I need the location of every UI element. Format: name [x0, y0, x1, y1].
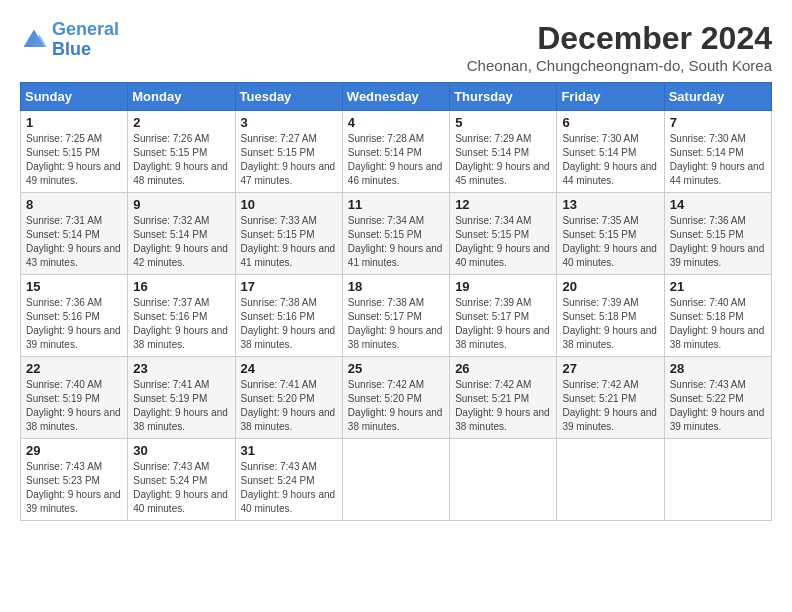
daylight-text: Daylight: 9 hours and 38 minutes. — [133, 407, 228, 432]
sunset-text: Sunset: 5:16 PM — [26, 311, 100, 322]
day-info: Sunrise: 7:42 AMSunset: 5:21 PMDaylight:… — [562, 378, 658, 434]
daylight-text: Daylight: 9 hours and 46 minutes. — [348, 161, 443, 186]
calendar-week-4: 22Sunrise: 7:40 AMSunset: 5:19 PMDayligh… — [21, 357, 772, 439]
day-info: Sunrise: 7:34 AMSunset: 5:15 PMDaylight:… — [348, 214, 444, 270]
day-number: 16 — [133, 279, 229, 294]
sunset-text: Sunset: 5:14 PM — [455, 147, 529, 158]
daylight-text: Daylight: 9 hours and 39 minutes. — [562, 407, 657, 432]
logo-text: General Blue — [52, 20, 119, 60]
daylight-text: Daylight: 9 hours and 39 minutes. — [26, 325, 121, 350]
sunset-text: Sunset: 5:15 PM — [670, 229, 744, 240]
day-info: Sunrise: 7:40 AMSunset: 5:18 PMDaylight:… — [670, 296, 766, 352]
sunrise-text: Sunrise: 7:37 AM — [133, 297, 209, 308]
sunset-text: Sunset: 5:15 PM — [455, 229, 529, 240]
day-number: 13 — [562, 197, 658, 212]
sunrise-text: Sunrise: 7:42 AM — [455, 379, 531, 390]
day-number: 23 — [133, 361, 229, 376]
weekday-sunday: Sunday — [21, 83, 128, 111]
sunrise-text: Sunrise: 7:36 AM — [670, 215, 746, 226]
calendar-cell: 15Sunrise: 7:36 AMSunset: 5:16 PMDayligh… — [21, 275, 128, 357]
sunrise-text: Sunrise: 7:28 AM — [348, 133, 424, 144]
sunset-text: Sunset: 5:14 PM — [670, 147, 744, 158]
calendar-cell: 20Sunrise: 7:39 AMSunset: 5:18 PMDayligh… — [557, 275, 664, 357]
sunrise-text: Sunrise: 7:29 AM — [455, 133, 531, 144]
sunset-text: Sunset: 5:15 PM — [562, 229, 636, 240]
day-info: Sunrise: 7:39 AMSunset: 5:18 PMDaylight:… — [562, 296, 658, 352]
daylight-text: Daylight: 9 hours and 45 minutes. — [455, 161, 550, 186]
logo: General Blue — [20, 20, 119, 60]
calendar-cell — [450, 439, 557, 521]
sunrise-text: Sunrise: 7:31 AM — [26, 215, 102, 226]
sunset-text: Sunset: 5:14 PM — [348, 147, 422, 158]
daylight-text: Daylight: 9 hours and 40 minutes. — [241, 489, 336, 514]
calendar-cell: 22Sunrise: 7:40 AMSunset: 5:19 PMDayligh… — [21, 357, 128, 439]
daylight-text: Daylight: 9 hours and 40 minutes. — [455, 243, 550, 268]
daylight-text: Daylight: 9 hours and 38 minutes. — [241, 407, 336, 432]
sunrise-text: Sunrise: 7:41 AM — [133, 379, 209, 390]
weekday-friday: Friday — [557, 83, 664, 111]
calendar-cell: 17Sunrise: 7:38 AMSunset: 5:16 PMDayligh… — [235, 275, 342, 357]
day-info: Sunrise: 7:36 AMSunset: 5:16 PMDaylight:… — [26, 296, 122, 352]
day-number: 4 — [348, 115, 444, 130]
calendar-cell: 30Sunrise: 7:43 AMSunset: 5:24 PMDayligh… — [128, 439, 235, 521]
sunrise-text: Sunrise: 7:40 AM — [26, 379, 102, 390]
sunset-text: Sunset: 5:18 PM — [562, 311, 636, 322]
day-info: Sunrise: 7:43 AMSunset: 5:23 PMDaylight:… — [26, 460, 122, 516]
sunrise-text: Sunrise: 7:30 AM — [562, 133, 638, 144]
day-info: Sunrise: 7:34 AMSunset: 5:15 PMDaylight:… — [455, 214, 551, 270]
day-number: 30 — [133, 443, 229, 458]
sunrise-text: Sunrise: 7:38 AM — [241, 297, 317, 308]
sunrise-text: Sunrise: 7:27 AM — [241, 133, 317, 144]
calendar-cell: 27Sunrise: 7:42 AMSunset: 5:21 PMDayligh… — [557, 357, 664, 439]
sunrise-text: Sunrise: 7:43 AM — [241, 461, 317, 472]
sunset-text: Sunset: 5:24 PM — [133, 475, 207, 486]
day-info: Sunrise: 7:33 AMSunset: 5:15 PMDaylight:… — [241, 214, 337, 270]
sunset-text: Sunset: 5:24 PM — [241, 475, 315, 486]
sunset-text: Sunset: 5:15 PM — [26, 147, 100, 158]
weekday-header-row: SundayMondayTuesdayWednesdayThursdayFrid… — [21, 83, 772, 111]
sunrise-text: Sunrise: 7:30 AM — [670, 133, 746, 144]
sunrise-text: Sunrise: 7:39 AM — [455, 297, 531, 308]
daylight-text: Daylight: 9 hours and 41 minutes. — [241, 243, 336, 268]
calendar-cell: 31Sunrise: 7:43 AMSunset: 5:24 PMDayligh… — [235, 439, 342, 521]
sunset-text: Sunset: 5:15 PM — [348, 229, 422, 240]
sunrise-text: Sunrise: 7:34 AM — [348, 215, 424, 226]
daylight-text: Daylight: 9 hours and 38 minutes. — [241, 325, 336, 350]
day-info: Sunrise: 7:30 AMSunset: 5:14 PMDaylight:… — [670, 132, 766, 188]
sunrise-text: Sunrise: 7:36 AM — [26, 297, 102, 308]
calendar-cell — [557, 439, 664, 521]
sunrise-text: Sunrise: 7:39 AM — [562, 297, 638, 308]
sunset-text: Sunset: 5:14 PM — [562, 147, 636, 158]
day-number: 6 — [562, 115, 658, 130]
calendar-table: SundayMondayTuesdayWednesdayThursdayFrid… — [20, 82, 772, 521]
calendar-cell: 7Sunrise: 7:30 AMSunset: 5:14 PMDaylight… — [664, 111, 771, 193]
logo-icon — [20, 26, 48, 54]
sunset-text: Sunset: 5:21 PM — [562, 393, 636, 404]
sunset-text: Sunset: 5:21 PM — [455, 393, 529, 404]
calendar-cell: 12Sunrise: 7:34 AMSunset: 5:15 PMDayligh… — [450, 193, 557, 275]
day-number: 12 — [455, 197, 551, 212]
day-info: Sunrise: 7:29 AMSunset: 5:14 PMDaylight:… — [455, 132, 551, 188]
sunset-text: Sunset: 5:19 PM — [133, 393, 207, 404]
calendar-cell — [342, 439, 449, 521]
sunset-text: Sunset: 5:16 PM — [133, 311, 207, 322]
day-number: 1 — [26, 115, 122, 130]
daylight-text: Daylight: 9 hours and 38 minutes. — [348, 325, 443, 350]
day-info: Sunrise: 7:38 AMSunset: 5:17 PMDaylight:… — [348, 296, 444, 352]
sunset-text: Sunset: 5:18 PM — [670, 311, 744, 322]
daylight-text: Daylight: 9 hours and 40 minutes. — [562, 243, 657, 268]
day-number: 5 — [455, 115, 551, 130]
day-info: Sunrise: 7:35 AMSunset: 5:15 PMDaylight:… — [562, 214, 658, 270]
day-number: 18 — [348, 279, 444, 294]
calendar-week-5: 29Sunrise: 7:43 AMSunset: 5:23 PMDayligh… — [21, 439, 772, 521]
calendar-cell: 19Sunrise: 7:39 AMSunset: 5:17 PMDayligh… — [450, 275, 557, 357]
day-number: 3 — [241, 115, 337, 130]
calendar-cell: 1Sunrise: 7:25 AMSunset: 5:15 PMDaylight… — [21, 111, 128, 193]
calendar-cell: 24Sunrise: 7:41 AMSunset: 5:20 PMDayligh… — [235, 357, 342, 439]
day-number: 19 — [455, 279, 551, 294]
daylight-text: Daylight: 9 hours and 42 minutes. — [133, 243, 228, 268]
daylight-text: Daylight: 9 hours and 38 minutes. — [562, 325, 657, 350]
day-info: Sunrise: 7:38 AMSunset: 5:16 PMDaylight:… — [241, 296, 337, 352]
sunset-text: Sunset: 5:17 PM — [348, 311, 422, 322]
sunset-text: Sunset: 5:22 PM — [670, 393, 744, 404]
